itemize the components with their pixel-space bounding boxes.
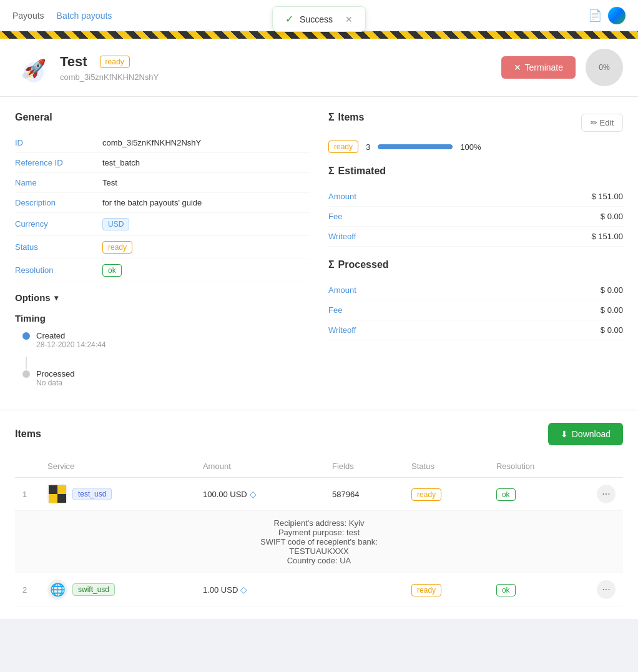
service-tag-1[interactable]: test_usd bbox=[72, 488, 112, 500]
toast-close-button[interactable]: ✕ bbox=[345, 14, 353, 24]
currency-label: Currency bbox=[15, 219, 102, 229]
toast-text: Success bbox=[300, 14, 333, 24]
resolution-badge: ok bbox=[102, 264, 122, 277]
items-table: Service Amount Fields Status Resolution … bbox=[15, 455, 623, 606]
items-summary-title: Σ Items bbox=[328, 112, 364, 123]
ref-label: Reference ID bbox=[15, 158, 102, 167]
row-fields-2 bbox=[325, 573, 404, 606]
id-label: ID bbox=[15, 138, 102, 147]
processed-amount-row: Amount $ 0.00 bbox=[328, 280, 623, 300]
estimated-section: Σ Estimated Amount $ 151.00 Fee $ 0.00 W… bbox=[328, 166, 623, 247]
row-resolution-1: ok bbox=[489, 478, 589, 511]
id-value: comb_3i5znKfNKHN2NshY bbox=[102, 138, 201, 147]
tab-batch-payouts[interactable]: Batch payouts bbox=[57, 8, 112, 23]
processed-fee-row: Fee $ 0.00 bbox=[328, 300, 623, 320]
items-summary-header: Σ Items ✏ Edit bbox=[328, 112, 623, 133]
timeline-line bbox=[26, 357, 27, 369]
info-row-id: ID comb_3i5znKfNKHN2NshY bbox=[15, 133, 310, 153]
description-label: Description bbox=[15, 198, 102, 207]
estimated-writeoff-row: Writeoff $ 151.00 bbox=[328, 227, 623, 247]
row-service-1: test_usd bbox=[40, 478, 195, 511]
name-label: Name bbox=[15, 178, 102, 187]
amount-value-2: 1.00 USD bbox=[203, 585, 238, 595]
svg-rect-5 bbox=[49, 494, 57, 503]
info-row-ref: Reference ID test_batch bbox=[15, 153, 310, 173]
processed-value: No data bbox=[36, 378, 74, 387]
svg-rect-4 bbox=[57, 485, 66, 494]
row-fields-1: 587964 bbox=[325, 478, 404, 511]
header-left: 🚀 Test ready comb_3i5znKfNKHN2NshY bbox=[15, 49, 159, 86]
col-resolution: Resolution bbox=[489, 455, 589, 478]
nav-icons: 📄 bbox=[588, 7, 626, 24]
status-badge-1: ready bbox=[411, 488, 441, 501]
processed-dot bbox=[22, 370, 30, 378]
currency-badge: USD bbox=[102, 218, 129, 230]
items-count: 3 bbox=[366, 142, 370, 152]
edit-button[interactable]: ✏ Edit bbox=[581, 114, 623, 132]
success-toast: ✓ Success ✕ bbox=[272, 6, 366, 32]
processed-content: Processed No data bbox=[36, 369, 74, 387]
items-table-section: Items ⬇ Download Service Amount Fields S… bbox=[0, 410, 638, 619]
created-date: 28-12-2020 14:24:44 bbox=[36, 340, 106, 349]
estimated-writeoff-value: $ 151.00 bbox=[561, 232, 623, 241]
service-icon-1 bbox=[47, 484, 67, 504]
more-button-1[interactable]: ··· bbox=[597, 485, 616, 503]
estimated-writeoff-label: Writeoff bbox=[328, 232, 561, 241]
left-column: General ID comb_3i5znKfNKHN2NshY Referen… bbox=[15, 112, 310, 395]
resolution-badge-2: ok bbox=[496, 584, 516, 596]
items-progress-label: 100% bbox=[460, 142, 481, 152]
avatar-icon[interactable] bbox=[608, 7, 626, 24]
processed-fee-label: Fee bbox=[328, 305, 561, 315]
status-badge-2: ready bbox=[411, 584, 441, 596]
timeline: Created 28-12-2020 14:24:44 Processed No… bbox=[15, 331, 310, 395]
row-num-1: 1 bbox=[15, 478, 40, 511]
row-service-2: 🌐 swift_usd bbox=[40, 573, 195, 606]
row-amount-1: 100.00 USD ◇ bbox=[195, 478, 325, 511]
info-row-name: Name Test bbox=[15, 173, 310, 193]
terminate-button[interactable]: ✕ Terminate bbox=[501, 56, 576, 79]
header-title-group: Test ready comb_3i5znKfNKHN2NshY bbox=[60, 54, 159, 82]
timeline-processed: Processed No data bbox=[22, 369, 310, 387]
row-num-2: 2 bbox=[15, 573, 40, 606]
download-button[interactable]: ⬇ Download bbox=[548, 423, 623, 445]
header-right: ✕ Terminate 0% bbox=[501, 49, 623, 86]
svg-point-2 bbox=[22, 72, 29, 79]
right-column: Σ Items ✏ Edit ready 3 100% Σ bbox=[328, 112, 623, 395]
document-icon[interactable]: 📄 bbox=[588, 9, 602, 22]
row-status-1: ready bbox=[404, 478, 489, 511]
sigma-processed-icon: Σ bbox=[328, 259, 335, 270]
batch-title: Test bbox=[60, 54, 87, 70]
general-title: General bbox=[15, 112, 310, 123]
created-content: Created 28-12-2020 14:24:44 bbox=[36, 331, 106, 349]
status-label: Status bbox=[15, 242, 102, 252]
col-fields: Fields bbox=[325, 455, 404, 478]
col-actions bbox=[589, 455, 623, 478]
estimated-title: Σ Estimated bbox=[328, 166, 623, 177]
warning-stripe bbox=[0, 31, 638, 39]
options-label: Options bbox=[15, 292, 51, 303]
toast-success-icon: ✓ bbox=[285, 13, 293, 25]
estimated-amount-row: Amount $ 151.00 bbox=[328, 187, 623, 207]
progress-circle: 0% bbox=[586, 49, 623, 86]
progress-bar-fill bbox=[378, 144, 453, 149]
items-status-badge: ready bbox=[328, 141, 358, 153]
tab-payouts[interactable]: Payouts bbox=[12, 8, 44, 23]
table-header-row: Service Amount Fields Status Resolution bbox=[15, 455, 623, 478]
nav-tabs: Payouts Batch payouts bbox=[12, 8, 112, 23]
header-status-badge: ready bbox=[100, 56, 130, 68]
batch-header: 🚀 Test ready comb_3i5znKfNKHN2NshY ✕ Ter… bbox=[0, 39, 638, 97]
info-row-description: Description for the batch payouts' guide bbox=[15, 193, 310, 213]
more-button-2[interactable]: ··· bbox=[597, 580, 616, 599]
options-toggle[interactable]: Options ▾ bbox=[15, 292, 310, 303]
row-actions-1: ··· bbox=[589, 478, 623, 511]
row-actions-2: ··· bbox=[589, 573, 623, 606]
name-value: Test bbox=[102, 178, 117, 187]
resolution-label: Resolution bbox=[15, 265, 102, 275]
estimated-amount-value: $ 151.00 bbox=[561, 192, 623, 201]
two-column-layout: General ID comb_3i5znKfNKHN2NshY Referen… bbox=[15, 112, 623, 395]
ref-value: test_batch bbox=[102, 158, 140, 167]
terminate-x-icon: ✕ bbox=[514, 62, 521, 72]
processed-writeoff-label: Writeoff bbox=[328, 325, 561, 335]
timeline-created: Created 28-12-2020 14:24:44 bbox=[22, 331, 310, 349]
service-tag-2[interactable]: swift_usd bbox=[72, 583, 115, 596]
